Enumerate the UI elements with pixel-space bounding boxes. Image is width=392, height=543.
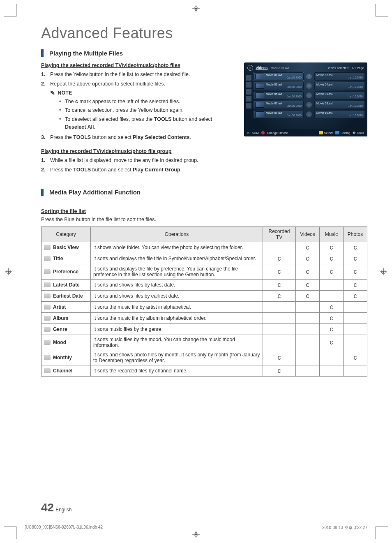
registration-mark-icon (380, 268, 387, 275)
check-icon: c (306, 268, 309, 275)
cell-videos: c (296, 290, 320, 301)
sidebar-item[interactable] (246, 89, 251, 95)
step-item: 1. Press the Yellow button in the file l… (41, 71, 234, 79)
step-item: 2. Repeat the above operation to select … (41, 80, 234, 88)
cell-photos (344, 335, 367, 350)
thumbnail-icon (255, 111, 264, 117)
cell-recorded-tv: c (263, 365, 296, 376)
category-icon (44, 305, 51, 310)
file-tile[interactable]: Movie 09.aviJan.10.2010 (253, 110, 304, 118)
tv-file-browser: ▷ Videos /Movie 01.avi 2 files selected … (244, 62, 367, 136)
cell-operations: It sorts and displays the file by prefer… (91, 264, 263, 279)
check-icon: c (278, 292, 281, 299)
file-tile[interactable]: Movie 06.aviJan.10.2010 (314, 91, 365, 99)
sub-heading: Sorting the file list (41, 208, 367, 214)
file-date: Jan.10.2010 (266, 95, 302, 98)
file-date: Jan.10.2010 (266, 114, 302, 117)
section-title: Media Play Additional Function (49, 189, 141, 196)
table-row: AlbumIt sorts the music file by album in… (42, 312, 367, 323)
cell-music (320, 365, 344, 376)
file-tile[interactable]: Movie 07.aviJan.10.2010 (253, 101, 304, 109)
table-row: TitleIt sorts and displays the file titl… (42, 253, 367, 264)
check-icon: c (306, 255, 309, 262)
cell-photos (344, 301, 367, 312)
check-icon: c (278, 354, 281, 361)
file-date: Jan.10.2010 (316, 114, 363, 117)
registration-mark-icon (192, 531, 200, 538)
select-key[interactable]: Select (319, 131, 333, 135)
file-tile[interactable]: Movie 05.aviJan.10.2010 (253, 91, 304, 99)
device-icon: ⎚ (247, 131, 249, 135)
sidebar-item[interactable] (246, 96, 251, 102)
cell-operations: It sorts and shows files by latest date. (91, 279, 263, 290)
thumbnail-icon (255, 102, 264, 108)
check-icon: c (354, 281, 357, 288)
tools-key[interactable]: ⚒Tools (353, 131, 364, 135)
sidebar-item[interactable] (246, 82, 251, 88)
section-bar-icon (41, 189, 44, 196)
file-tile[interactable]: Movie 02.aviJan.10.2010 (314, 72, 365, 81)
sidebar (246, 75, 251, 109)
cell-photos (344, 312, 367, 323)
cell-photos: c (344, 253, 367, 264)
manual-page: Advanced Features Playing the Multiple F… (0, 0, 392, 543)
crop-mark (376, 526, 388, 527)
file-grid: Movie 01.aviJan.10.2010i✓Movie 02.aviJan… (253, 72, 365, 118)
table-row: ChannelIt sorts the recorded files by ch… (42, 365, 367, 376)
cell-photos: c (344, 264, 367, 279)
step-number: 1. (41, 157, 50, 164)
check-icon: c (306, 244, 309, 251)
file-tile[interactable]: Movie 04.aviJan.10.2010 (314, 82, 365, 90)
tools-icon: ⚒ (353, 131, 355, 135)
registration-mark-icon (5, 268, 12, 275)
col-videos: Videos (296, 226, 320, 242)
sort-options-table: Category Operations Recorded TV Videos M… (41, 226, 367, 377)
section-header: Media Play Additional Function (41, 189, 367, 196)
section-header: Playing the Multiple Files (41, 49, 367, 57)
table-row: ArtistIt sorts the music file by artist … (42, 301, 367, 312)
check-icon: c (330, 314, 333, 321)
cell-category: Title (42, 253, 91, 264)
file-tile[interactable]: Movie 08.aviJan.10.2010 (314, 101, 365, 109)
cell-music: c (320, 312, 344, 323)
cell-category: Genre (42, 323, 91, 335)
tab-videos[interactable]: Videos (256, 66, 267, 70)
step-text: Press the Yellow button in the file list… (50, 71, 190, 79)
cell-videos (296, 312, 320, 323)
cell-videos (296, 365, 320, 376)
check-icon: c (354, 292, 357, 299)
check-icon: c (278, 268, 281, 275)
note-label: NOTE (58, 90, 72, 96)
sorting-key[interactable]: Sorting (335, 131, 350, 135)
check-icon: c (354, 268, 357, 275)
cell-operations: It shows whole folder. You can view the … (91, 242, 263, 253)
print-footer: [UC8000_XC]BN68-02697L-01L06.indb 42 201… (25, 525, 367, 531)
sidebar-item[interactable] (246, 75, 251, 81)
file-date: Jan.10.2010 (316, 86, 363, 89)
instructions-column: Playing the selected recorded TV/video/m… (41, 62, 234, 176)
table-row: Basic ViewIt shows whole folder. You can… (42, 242, 367, 253)
section-title: Playing the Multiple Files (49, 50, 123, 57)
file-tile[interactable]: Movie 10.aviJan.10.2010 (314, 110, 365, 118)
step-text: Press the TOOLS button and select Play S… (50, 134, 191, 141)
file-tile[interactable]: Movie 01.aviJan.10.2010 (253, 72, 304, 81)
cell-recorded-tv: c (263, 290, 296, 301)
sidebar-item[interactable] (246, 103, 251, 109)
step-number: 2. (41, 166, 50, 174)
cell-operations: It sorts music files by the genre. (91, 323, 263, 335)
cell-operations: It sorts the music file by artist in alp… (91, 301, 263, 312)
note-bullet: The c mark appears to the left of the se… (59, 98, 234, 106)
step-number: 3. (41, 134, 50, 141)
cell-operations: It sorts and displays the file title in … (91, 253, 263, 264)
cell-videos: c (296, 279, 320, 290)
cell-music: c (320, 323, 344, 335)
col-music: Music (320, 226, 344, 242)
check-icon: c (330, 244, 333, 251)
check-icon: c (330, 268, 333, 275)
cell-photos: c (344, 350, 367, 365)
screenshot-column: ▷ Videos /Movie 01.avi 2 files selected … (244, 62, 367, 136)
check-icon: c (75, 99, 78, 104)
file-tile[interactable]: Movie 03.aviJan.10.2010 (253, 82, 304, 90)
cell-videos (296, 335, 320, 350)
red-button-icon[interactable] (261, 131, 265, 134)
